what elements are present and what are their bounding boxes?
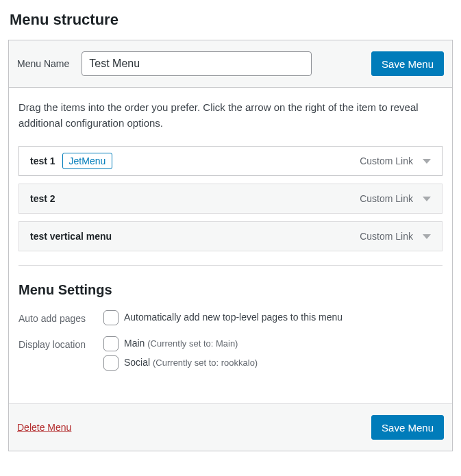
- auto-add-checkbox[interactable]: [103, 310, 119, 325]
- auto-add-text: Automatically add new top-level pages to…: [124, 311, 342, 325]
- display-location-note: (Currently set to: rookkalo): [153, 358, 258, 368]
- menu-item[interactable]: test 2Custom Link: [18, 184, 443, 214]
- menu-name-label: Menu Name: [17, 58, 69, 69]
- delete-menu-link[interactable]: Delete Menu: [17, 422, 71, 433]
- display-location-checkbox[interactable]: [103, 355, 119, 371]
- menu-items-list: test 1JetMenuCustom Linktest 2Custom Lin…: [18, 146, 443, 251]
- display-location-row: Display location Main (Currently set to:…: [18, 336, 443, 375]
- menu-name-input[interactable]: [82, 51, 312, 76]
- menu-edit-panel: Menu Name Save Menu Drag the items into …: [8, 40, 453, 451]
- menu-body: Drag the items into the order you prefer…: [9, 88, 452, 403]
- display-location-name: Social (Currently set to: rookkalo): [124, 356, 258, 370]
- menu-item[interactable]: test vertical menuCustom Link: [18, 221, 443, 251]
- instructions-text: Drag the items into the order you prefer…: [18, 100, 436, 131]
- auto-add-pages-label: Auto add pages: [18, 310, 103, 324]
- display-location-label: Display location: [18, 336, 103, 350]
- menu-structure-heading: Menu structure: [10, 11, 453, 29]
- display-location-name: Main (Currently set to: Main): [124, 337, 238, 351]
- auto-add-pages-row: Auto add pages Automatically add new top…: [18, 310, 443, 329]
- menu-item-type: Custom Link: [360, 231, 413, 242]
- menu-item-title: test vertical menu: [30, 231, 112, 242]
- jetmenu-tag[interactable]: JetMenu: [62, 153, 113, 169]
- menu-item-type: Custom Link: [360, 155, 413, 166]
- menu-item[interactable]: test 1JetMenuCustom Link: [18, 146, 443, 176]
- display-location-note: (Currently set to: Main): [147, 338, 238, 349]
- menu-settings-heading: Menu Settings: [18, 282, 443, 298]
- menu-name-row: Menu Name Save Menu: [9, 40, 452, 88]
- menu-item-type: Custom Link: [360, 193, 413, 204]
- save-menu-button-top[interactable]: Save Menu: [371, 51, 444, 76]
- chevron-down-icon[interactable]: [423, 197, 431, 201]
- chevron-down-icon[interactable]: [423, 234, 431, 239]
- display-location-option: Social (Currently set to: rookkalo): [103, 355, 443, 371]
- menu-footer: Delete Menu Save Menu: [9, 403, 452, 451]
- menu-item-title: test 2: [30, 193, 55, 204]
- display-location-option: Main (Currently set to: Main): [103, 336, 443, 351]
- menu-settings-section: Menu Settings Auto add pages Automatical…: [18, 282, 443, 398]
- display-location-checkbox[interactable]: [103, 336, 119, 351]
- settings-separator: [18, 265, 443, 266]
- menu-item-title: test 1: [30, 155, 55, 166]
- chevron-down-icon[interactable]: [423, 159, 431, 164]
- save-menu-button-bottom[interactable]: Save Menu: [371, 415, 444, 440]
